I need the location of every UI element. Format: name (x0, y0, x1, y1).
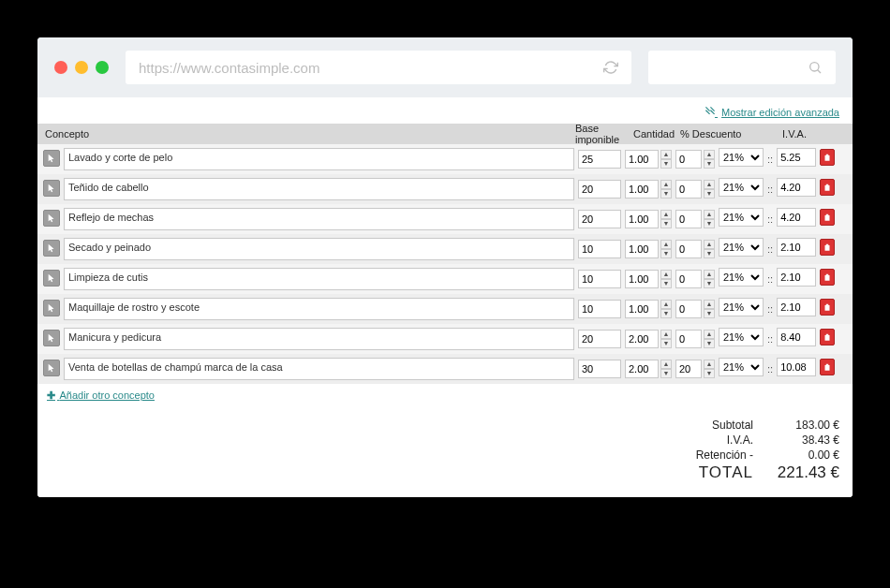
disc-down-button[interactable]: ▼ (704, 309, 715, 318)
select-row-button[interactable] (43, 330, 60, 346)
iva-select[interactable]: 21% (719, 358, 764, 376)
qty-up-button[interactable]: ▲ (660, 180, 672, 189)
qty-down-button[interactable]: ▼ (660, 249, 672, 258)
discount-input[interactable] (675, 300, 702, 318)
iva-amount-input[interactable] (777, 358, 816, 376)
minimize-icon[interactable] (75, 61, 88, 74)
disc-down-button[interactable]: ▼ (704, 219, 715, 228)
iva-select[interactable]: 21% (719, 328, 764, 346)
qty-up-button[interactable]: ▲ (660, 330, 672, 339)
add-concept-link[interactable]: ✚ Añadir otro concepto (47, 390, 155, 401)
iva-amount-input[interactable] (777, 238, 816, 257)
qty-up-button[interactable]: ▲ (660, 240, 672, 249)
qty-down-button[interactable]: ▼ (660, 219, 672, 228)
search-bar[interactable] (648, 51, 836, 84)
concept-input[interactable]: Venta de botellas de champú marca de la … (64, 358, 574, 380)
qty-down-button[interactable]: ▼ (660, 339, 672, 348)
concept-input[interactable]: Teñido de cabello (64, 178, 574, 200)
iva-amount-input[interactable] (777, 208, 816, 227)
qty-down-button[interactable]: ▼ (660, 159, 672, 169)
iva-amount-input[interactable] (777, 178, 816, 197)
reload-icon[interactable] (603, 60, 618, 75)
discount-input[interactable] (675, 330, 702, 348)
qty-down-button[interactable]: ▼ (660, 279, 672, 288)
qty-down-button[interactable]: ▼ (660, 189, 672, 198)
quantity-input[interactable] (625, 360, 659, 378)
base-input[interactable] (578, 240, 621, 258)
delete-row-button[interactable] (820, 179, 835, 196)
qty-up-button[interactable]: ▲ (660, 360, 672, 369)
discount-input[interactable] (675, 240, 702, 258)
qty-up-button[interactable]: ▲ (660, 150, 672, 159)
disc-up-button[interactable]: ▲ (704, 240, 715, 249)
discount-input[interactable] (675, 360, 702, 378)
quantity-input[interactable] (625, 240, 659, 258)
disc-down-button[interactable]: ▼ (704, 279, 715, 288)
iva-select[interactable]: 21% (719, 238, 764, 257)
delete-row-button[interactable] (820, 269, 835, 286)
disc-down-button[interactable]: ▼ (704, 339, 715, 348)
delete-row-button[interactable] (820, 299, 835, 316)
delete-row-button[interactable] (820, 329, 835, 345)
base-input[interactable] (578, 180, 621, 198)
advanced-edit-link[interactable]: Mostrar edición avanzada (705, 107, 839, 118)
address-bar[interactable]: https://www.contasimple.com (126, 51, 631, 84)
disc-up-button[interactable]: ▲ (704, 150, 715, 159)
iva-amount-input[interactable] (777, 268, 816, 287)
iva-select[interactable]: 21% (719, 148, 764, 167)
iva-select[interactable]: 21% (719, 268, 764, 287)
select-row-button[interactable] (43, 360, 60, 376)
delete-row-button[interactable] (820, 239, 835, 256)
concept-input[interactable]: Lavado y corte de pelo (64, 148, 574, 170)
iva-select[interactable]: 21% (719, 178, 764, 197)
disc-down-button[interactable]: ▼ (704, 159, 715, 169)
concept-input[interactable]: Manicura y pedicura (64, 328, 574, 350)
quantity-input[interactable] (625, 330, 659, 348)
disc-down-button[interactable]: ▼ (704, 249, 715, 258)
iva-amount-input[interactable] (777, 328, 816, 346)
base-input[interactable] (578, 300, 621, 318)
base-input[interactable] (578, 210, 621, 228)
concept-input[interactable]: Reflejo de mechas (64, 208, 574, 230)
discount-input[interactable] (675, 150, 702, 169)
iva-select[interactable]: 21% (719, 208, 764, 227)
iva-amount-input[interactable] (777, 298, 816, 316)
delete-row-button[interactable] (820, 149, 835, 166)
discount-input[interactable] (675, 270, 702, 288)
disc-up-button[interactable]: ▲ (704, 360, 715, 369)
select-row-button[interactable] (43, 150, 60, 167)
iva-select[interactable]: 21% (719, 298, 764, 316)
close-icon[interactable] (54, 61, 67, 74)
select-row-button[interactable] (43, 240, 60, 257)
delete-row-button[interactable] (820, 359, 835, 375)
select-row-button[interactable] (43, 300, 60, 316)
maximize-icon[interactable] (96, 61, 109, 74)
qty-up-button[interactable]: ▲ (660, 210, 672, 219)
disc-up-button[interactable]: ▲ (704, 330, 715, 339)
iva-amount-input[interactable] (777, 148, 816, 167)
select-row-button[interactable] (43, 270, 60, 287)
discount-input[interactable] (675, 180, 702, 198)
base-input[interactable] (578, 360, 621, 378)
delete-row-button[interactable] (820, 209, 835, 226)
qty-up-button[interactable]: ▲ (660, 300, 672, 309)
disc-up-button[interactable]: ▲ (704, 180, 715, 189)
disc-up-button[interactable]: ▲ (704, 270, 715, 279)
concept-input[interactable]: Secado y peinado (64, 238, 574, 260)
base-input[interactable] (578, 150, 621, 169)
qty-down-button[interactable]: ▼ (660, 309, 672, 318)
disc-up-button[interactable]: ▲ (704, 300, 715, 309)
disc-down-button[interactable]: ▼ (704, 189, 715, 198)
concept-input[interactable]: Limpieza de cutis (64, 268, 574, 290)
disc-down-button[interactable]: ▼ (704, 369, 715, 378)
quantity-input[interactable] (625, 150, 659, 169)
select-row-button[interactable] (43, 180, 60, 197)
base-input[interactable] (578, 270, 621, 288)
quantity-input[interactable] (625, 270, 659, 288)
quantity-input[interactable] (625, 180, 659, 198)
discount-input[interactable] (675, 210, 702, 228)
concept-input[interactable]: Maquillaje de rostro y escote (64, 298, 574, 320)
disc-up-button[interactable]: ▲ (704, 210, 715, 219)
select-row-button[interactable] (43, 210, 60, 227)
quantity-input[interactable] (625, 300, 659, 318)
